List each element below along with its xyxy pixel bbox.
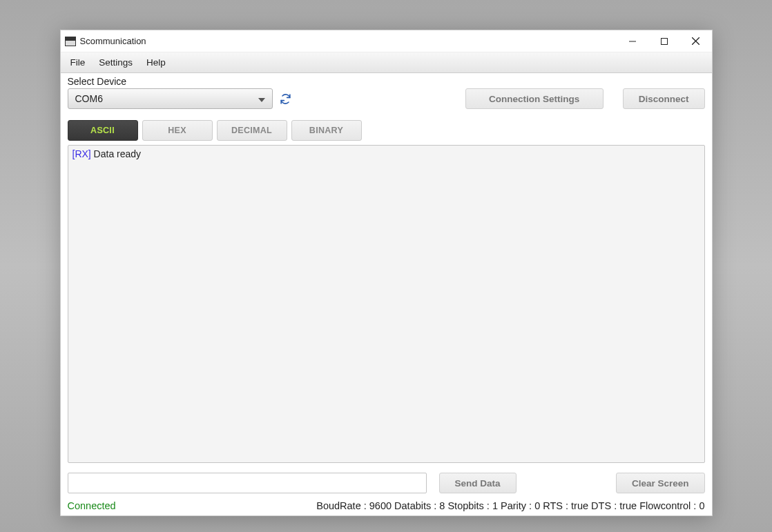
console-output[interactable]: [RX] Data ready	[68, 145, 705, 463]
content-area: Select Device COM6 Connection Settings D…	[61, 73, 712, 515]
menu-settings[interactable]: Settings	[92, 55, 139, 70]
status-connected: Connected	[68, 500, 116, 511]
svg-rect-1	[661, 38, 667, 44]
device-row: COM6 Connection Settings Disconnect	[68, 88, 705, 109]
app-window: Scommunication File Settings Help Select…	[60, 30, 713, 516]
menu-file[interactable]: File	[64, 55, 93, 70]
console-line: [RX] Data ready	[73, 148, 700, 159]
menu-help[interactable]: Help	[139, 55, 173, 70]
status-bar: Connected BoudRate : 9600 Databits : 8 S…	[68, 500, 705, 511]
app-icon	[65, 37, 76, 46]
window-title: Scommunication	[80, 36, 146, 46]
tab-decimal[interactable]: DECIMAL	[217, 120, 287, 141]
refresh-icon[interactable]	[280, 93, 291, 105]
send-data-button[interactable]: Send Data	[439, 473, 517, 493]
tab-hex[interactable]: HEX	[142, 120, 213, 141]
select-device-label: Select Device	[68, 76, 705, 87]
close-button[interactable]	[680, 30, 712, 52]
clear-screen-button[interactable]: Clear Screen	[616, 473, 705, 493]
device-combobox[interactable]: COM6	[68, 88, 273, 109]
window-controls	[617, 30, 712, 52]
menubar: File Settings Help	[61, 52, 712, 73]
format-tabs: ASCII HEX DECIMAL BINARY	[68, 120, 705, 141]
console-text: Data ready	[91, 148, 141, 159]
chevron-down-icon	[258, 93, 265, 104]
disconnect-button[interactable]: Disconnect	[623, 88, 705, 109]
minimize-button[interactable]	[617, 30, 648, 52]
status-detail: BoudRate : 9600 Databits : 8 Stopbits : …	[316, 500, 704, 511]
tab-ascii[interactable]: ASCII	[68, 120, 138, 141]
tab-binary[interactable]: BINARY	[291, 120, 362, 141]
titlebar: Scommunication	[61, 30, 712, 52]
rx-prefix: [RX]	[73, 148, 91, 159]
maximize-button[interactable]	[648, 30, 680, 52]
connection-settings-button[interactable]: Connection Settings	[465, 88, 604, 109]
device-selected-value: COM6	[75, 93, 103, 104]
send-row: Send Data Clear Screen	[68, 473, 705, 493]
send-input[interactable]	[68, 473, 427, 493]
